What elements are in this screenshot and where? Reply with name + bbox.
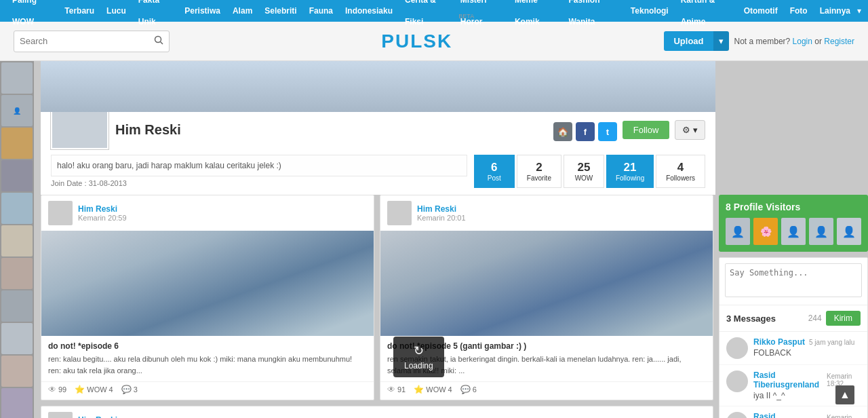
post-user-2[interactable]: Him Reski	[417, 204, 466, 214]
nav-kartun-anime[interactable]: Kartun & Anime	[675, 0, 737, 33]
sidebar-thumb[interactable]	[1, 193, 33, 224]
nav-lainnya-link[interactable]: Lainnya	[814, 0, 856, 22]
visitor-avatar-4[interactable]: 👤	[809, 218, 833, 245]
stat-followers[interactable]: 4 Followers	[656, 155, 705, 188]
logo-text[interactable]: PULSK	[381, 31, 452, 52]
not-member-text: Not a member? Login or Register	[734, 37, 854, 46]
profile-cover	[41, 61, 715, 112]
post-time-2: Kemarin 20:01	[417, 214, 466, 222]
post-cards-row: Him Reski Kemarin 20:59 do not! *episode…	[41, 195, 713, 400]
register-link[interactable]: Register	[824, 37, 854, 46]
profile-top: Him Reski 🏠 f t Follow ⚙ ▾	[51, 115, 705, 149]
visitors-section: 8 Profile Visitors 👤 🌸 👤 👤 👤	[719, 195, 868, 252]
say-something-area	[719, 258, 867, 305]
nav-selebriti[interactable]: Selebriti	[259, 0, 302, 22]
post-bottom-row: Him Reski Kemarin	[41, 406, 713, 418]
home-icon[interactable]: 🏠	[553, 122, 572, 141]
wow-icon-2: ⭐	[414, 385, 424, 394]
search-input[interactable]	[14, 36, 149, 46]
posts-and-sidebar: Him Reski Kemarin 20:59 do not! *episode…	[41, 195, 868, 418]
profile-name-social: Him Reski 🏠 f t Follow ⚙ ▾	[115, 115, 705, 141]
post-image-content-1	[41, 231, 374, 336]
sidebar-thumb[interactable]: 👤	[1, 95, 33, 126]
follow-button[interactable]: Follow	[623, 121, 670, 139]
nav-meme-komik[interactable]: Meme Komik	[509, 0, 562, 33]
profile-outer: Him Reski 🏠 f t Follow ⚙ ▾	[41, 61, 715, 195]
logo-area: PULSK BETA	[381, 31, 452, 52]
nav-indonesiaku[interactable]: Indonesiaku	[340, 0, 398, 22]
name-row: Him Reski 🏠 f t Follow ⚙ ▾	[115, 119, 705, 141]
search-button[interactable]	[149, 35, 169, 47]
sidebar-thumb[interactable]	[1, 225, 33, 256]
upload-button-group: Upload ▾	[664, 31, 728, 51]
search-icon	[154, 35, 163, 45]
sidebar-thumb[interactable]	[1, 62, 33, 94]
views-stat-1: 👁 99	[48, 385, 66, 394]
stats-boxes: 6 Post 2 Favorite 25 WOW 21	[474, 155, 705, 188]
bio-area: halo! aku orang baru, jadi harap maklum …	[51, 155, 467, 188]
wow-stat-2: ⭐ WOW 4	[414, 385, 452, 394]
nav-paling-wow[interactable]: Paling WOW	[7, 0, 58, 33]
msg-content-3: Rasid Tiberiusgrenland Kemarin 18:22 sdh…	[753, 412, 861, 418]
nav-foto[interactable]: Foto	[785, 0, 813, 22]
post-card-1: Him Reski Kemarin 20:59 do not! *episode…	[41, 195, 374, 400]
visitor-avatar-3[interactable]: 👤	[781, 218, 806, 245]
views-count-1: 99	[58, 385, 66, 394]
nav-otomotif[interactable]: Otomotif	[738, 0, 783, 22]
nav-fauna[interactable]: Fauna	[304, 0, 338, 22]
visitor-avatar-1[interactable]: 👤	[726, 218, 750, 245]
upload-dropdown-button[interactable]: ▾	[713, 31, 729, 51]
nav-teknologi[interactable]: Teknologi	[625, 0, 674, 22]
settings-button[interactable]: ⚙ ▾	[675, 120, 705, 140]
post-header-2: Him Reski Kemarin 20:01	[380, 195, 713, 231]
sidebar-thumb[interactable]	[1, 290, 33, 322]
nav-fakta-unik[interactable]: Fakta Unik	[133, 0, 178, 33]
nav-lainnya-wrapper[interactable]: Lainnya ▾	[814, 0, 861, 22]
eye-icon-2: 👁	[387, 385, 395, 394]
send-button[interactable]: Kirim	[826, 311, 861, 326]
nav-lainnya-arrow: ▾	[857, 6, 861, 16]
post-title-1[interactable]: do not! *episode 6	[41, 336, 374, 354]
sidebar-thumb[interactable]	[1, 258, 33, 289]
post-user-1[interactable]: Him Reski	[78, 204, 127, 214]
stat-wow[interactable]: 25 WOW	[564, 155, 604, 188]
sidebar-thumb[interactable]	[1, 356, 33, 387]
upload-button[interactable]: Upload	[664, 31, 713, 51]
nav-terbaru[interactable]: Terbaru	[59, 0, 100, 22]
sidebar-thumb[interactable]	[1, 160, 33, 191]
post-image-1[interactable]	[41, 231, 374, 336]
visitor-avatar-2[interactable]: 🌸	[753, 218, 778, 245]
scroll-to-top-button[interactable]: ▲	[835, 385, 854, 404]
nav-fashion-wanita[interactable]: Fashion Wanita	[563, 0, 623, 33]
post-image-2[interactable]	[380, 231, 713, 336]
stat-following[interactable]: 21 Following	[606, 155, 654, 188]
facebook-icon[interactable]: f	[576, 122, 595, 141]
visitor-avatar-5[interactable]: 👤	[837, 218, 861, 245]
msg-user-1[interactable]: Rikko Pasput	[753, 337, 805, 347]
post-bottom-user[interactable]: Him Reski	[78, 415, 117, 418]
msg-avatar-2	[726, 370, 748, 392]
nav-peristiwa[interactable]: Peristiwa	[179, 0, 226, 22]
stat-favorite[interactable]: 2 Favorite	[517, 155, 561, 188]
comments-stat-2: 💬 6	[460, 385, 477, 394]
nav-alam[interactable]: Alam	[227, 0, 258, 22]
visitors-avatars: 👤 🌸 👤 👤 👤	[726, 218, 861, 245]
right-sidebar: 8 Profile Visitors 👤 🌸 👤 👤 👤	[719, 195, 868, 418]
sidebar-thumb[interactable]	[1, 388, 33, 418]
say-something-input[interactable]	[725, 263, 862, 297]
twitter-icon[interactable]: t	[598, 122, 617, 141]
msg-user-2[interactable]: Rasid Tiberiusgrenland	[753, 370, 823, 390]
nav-lucu[interactable]: Lucu	[101, 0, 132, 22]
post-meta-2: Him Reski Kemarin 20:01	[417, 204, 466, 222]
msg-user-3[interactable]: Rasid Tiberiusgrenland	[753, 412, 823, 418]
sidebar-thumb[interactable]	[1, 128, 33, 159]
messages-title: 3 Messages	[726, 314, 776, 324]
profile-actions: 🏠 f t Follow ⚙ ▾	[553, 119, 705, 141]
stat-post[interactable]: 6 Post	[474, 155, 515, 188]
nav-cerita-fiksi[interactable]: Cerita & Fiksi	[399, 0, 454, 33]
comments-count-2: 6	[473, 385, 477, 394]
wow-stat-1: ⭐ WOW 4	[75, 385, 113, 394]
msg-text-1: FOLBACK	[753, 348, 861, 358]
sidebar-thumb[interactable]	[1, 323, 33, 354]
login-link[interactable]: Login	[793, 37, 812, 46]
